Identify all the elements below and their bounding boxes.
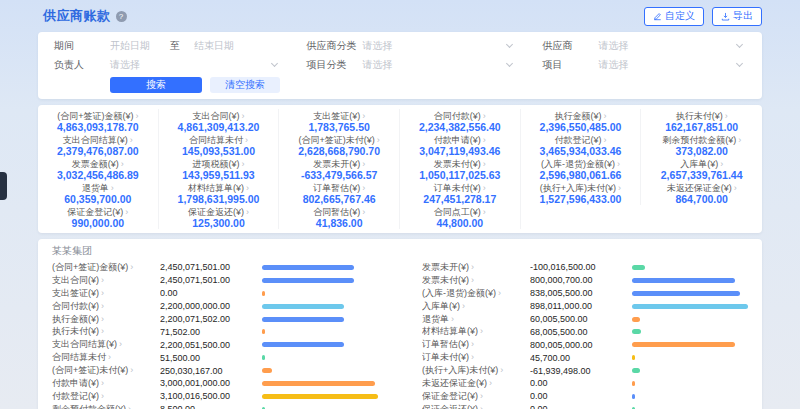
chevron-right-icon: › — [483, 111, 486, 121]
group-metric-row[interactable]: 合同结算未付› 51,500.00 — [52, 351, 378, 364]
chevron-right-icon: › — [489, 378, 492, 388]
metric-card[interactable]: 保证金登记(¥)› 990,000.00 — [38, 205, 159, 229]
metric-value: 990,000.00 — [40, 218, 156, 229]
owner-select[interactable]: 请选择 — [110, 57, 281, 72]
filter-owner: 负责人 请选择 — [54, 57, 281, 72]
group-metric-row[interactable]: (合同+签证)未付(¥)› 250,030,167.00 — [52, 364, 378, 377]
end-date-input[interactable] — [194, 40, 250, 51]
group-metric-label: 执行未付(¥) — [52, 326, 99, 336]
group-metric-row[interactable]: 支出合同结算(¥)› 2,200,051,500.00 — [52, 338, 378, 351]
help-icon[interactable]: ? — [116, 11, 127, 22]
group-metric-row[interactable]: (合同+签证)金额(¥)› 2,450,071,501.00 — [52, 261, 378, 274]
group-metric-row[interactable]: 执行金额(¥)› 2,200,071,502.00 — [52, 313, 378, 326]
chevron-right-icon: › — [101, 314, 104, 324]
project-category-select[interactable]: 请选择 — [363, 57, 517, 72]
group-metric-row[interactable]: (入库-退货)金额(¥)› 838,005,500.00 — [422, 287, 748, 300]
metric-card[interactable]: 材料结算单(¥)› 1,798,631,995.00 — [159, 181, 280, 205]
group-metric-row[interactable]: (执行+入库)未付(¥)› -61,939,498.00 — [422, 364, 748, 377]
search-button[interactable]: 搜索 — [110, 77, 202, 93]
metric-card[interactable]: 合同点工(¥)› 44,800.00 — [400, 205, 521, 229]
chevron-right-icon: › — [483, 135, 486, 145]
supplier-select[interactable]: 请选择 — [598, 38, 746, 53]
group-metric-label: 剩余预付款金额(¥) — [52, 404, 126, 409]
group-metric-row[interactable]: 未返还保证金(¥)› 0.00 — [422, 377, 748, 390]
metric-card[interactable]: 入库单(¥)› 2,657,339,761.44 — [641, 157, 762, 181]
clear-search-button[interactable]: 清空搜索 — [210, 77, 280, 93]
group-metric-row[interactable]: 发票未付(¥)› 800,000,700.00 — [422, 274, 748, 287]
chevron-right-icon: › — [720, 159, 723, 169]
export-button[interactable]: 导出 — [712, 7, 762, 26]
group-metric-row[interactable]: 订单未付(¥)› 45,700.00 — [422, 351, 748, 364]
metric-bar — [632, 394, 635, 399]
group-metric-row[interactable]: 发票未开(¥)› -100,016,500.00 — [422, 261, 748, 274]
group-metric-row[interactable]: 保证金登记(¥)› 0.00 — [422, 390, 748, 403]
metric-card[interactable]: 付款申请(¥)› 3,047,119,493.46 — [400, 133, 521, 157]
group-metric-row[interactable]: 材料结算单(¥)› 68,005,500.00 — [422, 325, 748, 338]
group-metric-row[interactable]: 合同付款(¥)› 2,200,000,000.00 — [52, 300, 378, 313]
metric-bar — [262, 265, 354, 270]
group-metric-row[interactable]: 执行未付(¥)› 71,502.00 — [52, 325, 378, 338]
group-metric-label: 未返还保证金(¥) — [422, 378, 487, 388]
metric-card[interactable]: 支出合同结算(¥)› 2,379,476,087.00 — [38, 133, 159, 157]
metric-card[interactable]: 支出签证(¥)› 1,783,765.50 — [279, 109, 400, 133]
project-select[interactable]: 请选择 — [598, 57, 746, 72]
metric-card[interactable]: 订单未付(¥)› 247,451,278.17 — [400, 181, 521, 205]
metric-bar — [262, 329, 265, 334]
filter-actions: 搜索 清空搜索 — [54, 77, 746, 93]
metric-card[interactable]: 进项税额(¥)› 143,959,511.93 — [159, 157, 280, 181]
chevron-right-icon: › — [471, 339, 474, 349]
metric-card[interactable]: (合同+签证)金额(¥)› 4,863,093,178.70 — [38, 109, 159, 133]
metric-bar-track — [632, 291, 748, 296]
metric-card[interactable]: 支出合同(¥)› 4,861,309,413.20 — [159, 109, 280, 133]
chevron-right-icon: › — [125, 207, 128, 217]
start-date-input[interactable] — [110, 40, 166, 51]
customize-button[interactable]: 自定义 — [644, 7, 704, 26]
metric-card[interactable]: 付款登记(¥)› 3,465,934,033.46 — [521, 133, 642, 157]
group-metric-row[interactable]: 保证金返还(¥)› 0.00 — [422, 403, 748, 409]
metric-label: 未返还保证金(¥) — [667, 183, 732, 193]
metric-card[interactable]: 执行金额(¥)› 2,396,550,485.00 — [521, 109, 642, 133]
metric-value: 162,167,851.00 — [643, 122, 760, 133]
group-metric-row[interactable]: 支出签证(¥)› 0.00 — [52, 287, 378, 300]
group-metric-label: 支出合同(¥) — [52, 275, 99, 285]
metric-card[interactable]: 退货单› 60,359,700.00 — [38, 181, 159, 205]
metric-card[interactable]: 剩余预付款金额(¥)› 373,082.00 — [641, 133, 762, 157]
chevron-right-icon: › — [618, 183, 621, 193]
metric-label: 支出合同(¥) — [192, 111, 239, 121]
metric-card[interactable]: (合同+签证)未付(¥)› 2,628,668,790.70 — [279, 133, 400, 157]
metric-card[interactable]: 发票金额(¥)› 3,032,456,486.89 — [38, 157, 159, 181]
metric-card[interactable]: 发票未开(¥)› -633,479,566.57 — [279, 157, 400, 181]
metric-card[interactable]: 未返还保证金(¥)› 864,700.00 — [641, 181, 762, 205]
group-metric-row[interactable]: 支出合同(¥)› 2,450,071,501.00 — [52, 274, 378, 287]
metric-card[interactable]: (入库-退货)金额(¥)› 2,596,980,061.66 — [521, 157, 642, 181]
chevron-right-icon: › — [498, 288, 501, 298]
group-metric-row[interactable]: 入库单(¥)› 898,011,000.00 — [422, 300, 748, 313]
group-metrics-left-column: (合同+签证)金额(¥)› 2,450,071,501.00 支出合同(¥)› … — [52, 261, 378, 409]
chevron-right-icon: › — [246, 207, 249, 217]
metric-card[interactable]: 合同暂估(¥)› 41,836.00 — [279, 205, 400, 229]
group-metric-row[interactable]: 付款登记(¥)› 3,100,016,500.00 — [52, 390, 378, 403]
group-metric-row[interactable]: 退货单› 60,005,500.00 — [422, 313, 748, 326]
group-metric-row[interactable]: 剩余预付款金额(¥)› 8,500.00 — [52, 403, 378, 409]
group-metric-value: 800,000,700.00 — [530, 275, 632, 285]
group-metric-label: (合同+签证)未付(¥) — [52, 365, 128, 375]
metric-value: 3,047,119,493.46 — [402, 146, 518, 157]
group-metric-label: 保证金登记(¥) — [422, 391, 478, 401]
metric-card[interactable]: 执行未付(¥)› 162,167,851.00 — [641, 109, 762, 133]
metric-card[interactable]: 订单暂估(¥)› 802,665,767.46 — [279, 181, 400, 205]
sidebar-collapse-handle[interactable] — [0, 172, 7, 200]
metric-bar — [632, 381, 635, 386]
group-metric-row[interactable]: 付款申请(¥)› 3,000,001,000.00 — [52, 377, 378, 390]
group-metric-label: 支出合同结算(¥) — [52, 339, 117, 349]
metric-card[interactable]: 发票未付(¥)› 1,050,117,025.63 — [400, 157, 521, 181]
metric-card[interactable]: 合同付款(¥)› 2,234,382,556.40 — [400, 109, 521, 133]
select-placeholder: 请选择 — [363, 39, 393, 53]
group-metric-row[interactable]: 订单暂估(¥)› 800,005,000.00 — [422, 338, 748, 351]
metric-card[interactable]: 保证金返还(¥)› 125,300.00 — [159, 205, 280, 229]
metric-bar-track — [632, 278, 748, 283]
metric-card[interactable]: 合同结算未付› 145,093,531.00 — [159, 133, 280, 157]
metric-label: 付款登记(¥) — [554, 135, 601, 145]
supplier-category-select[interactable]: 请选择 — [363, 38, 517, 53]
metric-bar-track — [262, 355, 378, 360]
metric-card[interactable]: (执行+入库)未付(¥)› 1,527,596,433.00 — [521, 181, 642, 205]
